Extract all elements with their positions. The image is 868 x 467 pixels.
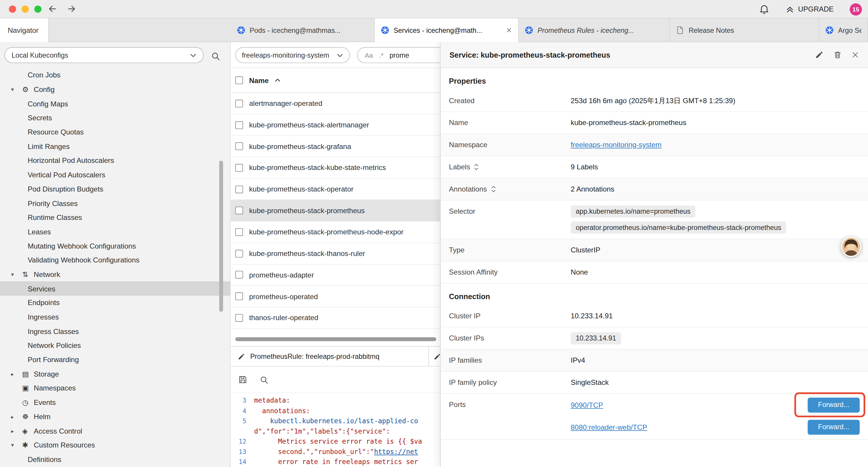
forward-button[interactable]: Forward... (808, 397, 860, 412)
port-link[interactable]: 9090/TCP (571, 401, 603, 409)
sidebar-item[interactable]: Horizontal Pod Autoscalers (0, 153, 230, 168)
sidebar-item[interactable]: Resource Quotas (0, 125, 230, 139)
back-icon[interactable] (48, 4, 58, 14)
sidebar-item[interactable]: ▸ ◈ Access Control (0, 424, 230, 438)
dock-tab-prometheusrule[interactable]: PrometheusRule: freeleaps-prod-rabbitmq (231, 347, 429, 366)
tab-label: Pods - icecheng@mathmas... (250, 26, 341, 34)
port-link[interactable]: 8080:reloader-web/TCP (571, 423, 647, 431)
sidebar-item[interactable]: Priority Classes (0, 196, 230, 210)
row-checkbox[interactable] (235, 228, 243, 236)
tree-chevron-icon[interactable]: ▸ (11, 428, 22, 434)
port-line: 9090/TCP Forward... (571, 394, 860, 416)
row-checkbox[interactable] (235, 143, 243, 150)
forward-icon[interactable] (66, 4, 76, 14)
sidebar-item[interactable]: Validating Webhook Configurations (0, 253, 230, 267)
sidebar-item[interactable]: ▸ ▤ Storage (0, 367, 230, 381)
row-checkbox[interactable] (235, 271, 243, 279)
minimize-window-button[interactable] (22, 6, 29, 13)
sidebar-item[interactable]: Network Policies (0, 339, 230, 353)
tab-services[interactable]: Services - icecheng@math... (375, 18, 519, 42)
events-icon: ◷ (22, 398, 34, 406)
match-case-toggle[interactable]: Aa (365, 51, 373, 59)
tree-chevron-icon[interactable]: ▸ (11, 413, 22, 420)
row-checkbox[interactable] (235, 164, 243, 171)
sidebar-item[interactable]: Services (0, 282, 230, 296)
sidebar-item[interactable]: ▾ ✱ Custom Resources (0, 438, 230, 452)
service-details-drawer: Service: kube-prometheus-stack-prometheu… (440, 42, 868, 467)
tree-chevron-icon[interactable]: ▾ (11, 271, 22, 278)
maximize-window-button[interactable] (34, 6, 41, 13)
tree-chevron-icon[interactable]: ▾ (11, 86, 22, 92)
close-window-button[interactable] (9, 6, 16, 13)
tab-release-notes[interactable]: Release Notes (670, 18, 819, 42)
sidebar-item[interactable]: Config Maps (0, 97, 230, 111)
delete-icon[interactable] (833, 51, 842, 59)
row-checkbox[interactable] (235, 207, 243, 214)
sidebar-item[interactable]: Ingresses (0, 310, 230, 324)
sort-ascending-icon[interactable] (275, 78, 281, 83)
tab-argo[interactable]: Argo Se (819, 18, 868, 42)
labels-count[interactable]: 9 Labels (571, 163, 598, 171)
row-checkbox[interactable] (235, 292, 243, 300)
row-checkbox[interactable] (235, 121, 243, 128)
expand-collapse-icon[interactable] (491, 185, 496, 193)
sidebar-item[interactable]: Leases (0, 225, 230, 239)
code-text: Metrics service error rate is {{ $va (254, 438, 422, 445)
select-all-checkbox[interactable] (235, 77, 243, 84)
sidebar-item[interactable]: ▾ ⇅ Network (0, 267, 230, 282)
row-checkbox[interactable] (235, 99, 243, 107)
ports-label: Ports (449, 401, 466, 409)
sidebar-item[interactable]: Ingress Classes (0, 324, 230, 339)
close-drawer-icon[interactable] (851, 51, 859, 59)
sidebar-item[interactable]: Secrets (0, 111, 230, 125)
namespace-link[interactable]: freeleaps-monitoring-system (571, 141, 661, 149)
sidebar-item[interactable]: ▣ Namespaces (0, 381, 230, 395)
row-checkbox[interactable] (235, 185, 243, 193)
tab-prometheus-rules[interactable]: Prometheus Rules - icecheng... (519, 18, 670, 42)
sidebar-item-label: Config Maps (28, 99, 68, 108)
row-checkbox[interactable] (235, 314, 243, 322)
row-checkbox[interactable] (235, 250, 243, 257)
edit-icon[interactable] (815, 51, 824, 59)
upgrade-button[interactable]: UPGRADE (785, 5, 834, 13)
sidebar-item[interactable]: Limit Ranges (0, 139, 230, 153)
regex-toggle[interactable]: .* (379, 51, 383, 59)
kubeconfig-select[interactable]: Local Kubeconfigs (4, 47, 204, 63)
sidebar-item[interactable]: Cron Jobs (0, 68, 230, 82)
sidebar-item[interactable]: Pod Disruption Budgets (0, 182, 230, 196)
forward-button[interactable]: Forward... (808, 419, 860, 435)
notifications-bell-icon[interactable] (759, 4, 769, 14)
session-affinity-row: Session Affinity None (440, 261, 868, 284)
annotations-count[interactable]: 2 Annotations (571, 185, 615, 193)
session-affinity-label: Session Affinity (449, 268, 498, 276)
sidebar-item[interactable]: ▾ ⚙ Config (0, 83, 230, 97)
floating-avatar[interactable] (841, 236, 861, 257)
tab-pods[interactable]: Pods - icecheng@mathmas... (231, 18, 375, 42)
dock-tab-partial[interactable] (429, 347, 440, 366)
sidebar-item[interactable]: ◷ Events (0, 395, 230, 409)
save-icon[interactable] (238, 375, 248, 384)
sidebar-item[interactable]: Vertical Pod Autoscalers (0, 168, 230, 182)
navigator-panel-tab[interactable]: Navigator (0, 18, 49, 42)
horizontal-scrollbar[interactable] (235, 337, 436, 341)
close-tab-icon[interactable] (506, 27, 512, 33)
ip-family-policy-label: IP family policy (449, 378, 497, 387)
namespace-select[interactable]: freeleaps-monitoring-system (235, 47, 350, 63)
kubeconfig-select-value: Local Kubeconfigs (11, 51, 68, 59)
sidebar-item[interactable]: Definitions (0, 452, 230, 466)
name-column-header[interactable]: Name (249, 76, 269, 85)
tree-chevron-icon[interactable]: ▸ (11, 371, 22, 377)
sidebar-item[interactable]: Runtime Classes (0, 210, 230, 225)
sidebar-item[interactable]: Port Forwarding (0, 353, 230, 367)
tree-chevron-icon[interactable]: ▾ (11, 442, 22, 448)
sidebar-search-button[interactable] (209, 49, 222, 63)
namespace-select-value: freeleaps-monitoring-system (242, 51, 329, 59)
search-icon[interactable] (260, 375, 269, 384)
sidebar-item[interactable]: Endpoints (0, 296, 230, 310)
expand-collapse-icon[interactable] (474, 164, 479, 171)
sidebar-item[interactable]: ▸ ☸ Helm (0, 410, 230, 424)
sidebar-item[interactable]: Mutating Webhook Configurations (0, 239, 230, 253)
code-text: second.","runbook_url":"https://net (254, 448, 418, 456)
sidebar-scrollbar[interactable] (219, 160, 223, 312)
notification-count-badge[interactable]: 15 (850, 3, 862, 15)
